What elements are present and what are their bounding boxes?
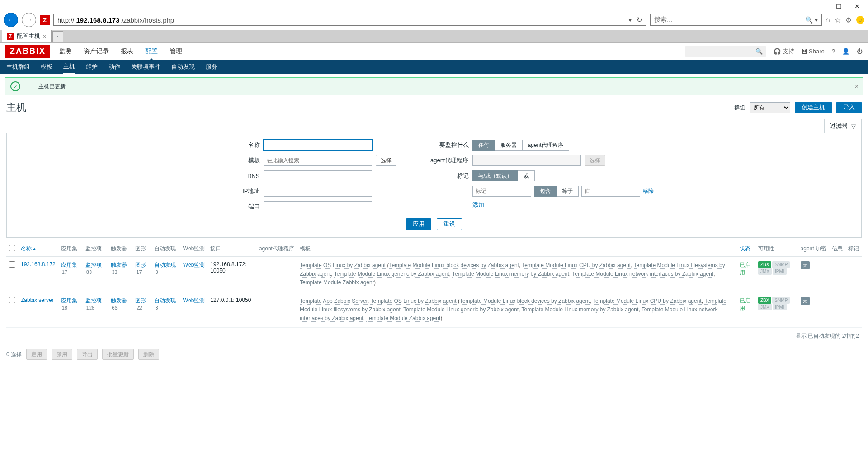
col-proxy: agent代理程序 (256, 241, 297, 257)
export-button[interactable]: 导出 (77, 349, 98, 360)
col-apps: 应用集 (58, 241, 83, 257)
web-link[interactable]: Web监测 (183, 262, 205, 268)
tag-mode-option[interactable]: 与/或（默认） (472, 170, 518, 181)
filter-name-input[interactable] (264, 140, 372, 151)
row-checkbox[interactable] (9, 297, 15, 303)
filter-port-input[interactable] (264, 201, 372, 212)
home-icon[interactable]: ⌂ (826, 16, 830, 24)
new-tab-button[interactable]: ▫ (52, 31, 63, 42)
back-button[interactable]: ← (4, 13, 18, 27)
massupdate-button[interactable]: 批量更新 (102, 349, 134, 360)
address-bar[interactable]: http://192.168.8.173/zabbix/hosts.php ▾↻ (53, 14, 646, 26)
template-select-button[interactable]: 选择 (376, 155, 396, 166)
discovery-link[interactable]: 自动发现 (154, 262, 176, 268)
tag-remove-link[interactable]: 移除 (643, 188, 654, 195)
header-search[interactable]: 🔍 (685, 46, 766, 57)
apps-link[interactable]: 应用集 (61, 297, 77, 304)
user-icon[interactable]: 👤 (842, 48, 849, 55)
browser-search[interactable]: 搜索... 🔍 ▾ (650, 14, 822, 26)
forward-button[interactable]: → (22, 13, 36, 27)
power-icon[interactable]: ⏻ (857, 48, 863, 55)
support-link[interactable]: 🎧 支持 (774, 47, 794, 56)
filter-ip-input[interactable] (264, 186, 372, 197)
triggers-link[interactable]: 触发器 (111, 297, 127, 304)
window-minimize-icon[interactable]: — (817, 3, 823, 10)
top-menu-item[interactable]: 配置 (144, 43, 159, 60)
sub-nav-item[interactable]: 主机群组 (6, 60, 30, 74)
sub-nav-item[interactable]: 关联项事件 (131, 60, 160, 74)
disable-button[interactable]: 禁用 (52, 349, 72, 360)
col-tags: 标记 (845, 241, 862, 257)
col-items: 监控项 (83, 241, 108, 257)
tab-close-icon[interactable]: × (43, 33, 47, 40)
sub-nav-item[interactable]: 服务 (206, 60, 217, 74)
success-message: ✓ 主机已更新 × (5, 77, 863, 95)
status-link[interactable]: 已启用 (740, 297, 750, 311)
items-link[interactable]: 监控项 (85, 262, 102, 268)
bulk-actions: 0 选择 启用 禁用 导出 批量更新 删除 (6, 349, 862, 360)
sub-nav-item[interactable]: 主机 (63, 60, 75, 75)
page-title: 主机 (6, 101, 26, 114)
top-menu-item[interactable]: 监测 (58, 43, 73, 60)
reset-button[interactable]: 重设 (437, 218, 462, 230)
top-menu-item[interactable]: 报表 (120, 43, 134, 60)
help-icon[interactable]: ? (832, 48, 835, 55)
triggers-link[interactable]: 触发器 (111, 262, 127, 268)
favorites-icon[interactable]: ☆ (835, 16, 841, 24)
tag-equals-option[interactable]: 等于 (557, 186, 579, 197)
monitor-option[interactable]: agent代理程序 (523, 140, 569, 151)
encryption-badge: 无 (801, 261, 810, 269)
create-host-button[interactable]: 创建主机 (795, 102, 832, 113)
templates-cell: Template OS Linux by Zabbix agent (Templ… (297, 257, 737, 292)
host-name-link[interactable]: Zabbix server (21, 297, 54, 303)
filter-dns-input[interactable] (264, 170, 372, 181)
enable-button[interactable]: 启用 (26, 349, 47, 360)
filter-toggle[interactable]: 过滤器 ▽ (824, 119, 862, 133)
apps-link[interactable]: 应用集 (61, 262, 77, 268)
settings-icon[interactable]: ⚙ (845, 16, 852, 24)
import-button[interactable]: 导入 (836, 102, 862, 113)
refresh-icon[interactable]: ↻ (637, 16, 642, 24)
tag-mode-option[interactable]: 或 (518, 170, 535, 181)
monitor-option[interactable]: 服务器 (495, 140, 523, 151)
col-web: Web监测 (180, 241, 208, 257)
top-menu-item[interactable]: 管理 (169, 43, 183, 60)
zabbix-logo[interactable]: ZABBIX (5, 45, 50, 58)
window-close-icon[interactable]: ✕ (854, 3, 860, 10)
message-close-icon[interactable]: × (855, 83, 859, 90)
feedback-icon[interactable]: ☺ (856, 16, 864, 24)
tag-contains-option[interactable]: 包含 (534, 186, 557, 197)
col-name[interactable]: 名称 ▴ (18, 241, 58, 257)
status-link[interactable]: 已启用 (740, 262, 750, 276)
select-all-checkbox[interactable] (9, 245, 15, 251)
graphs-link[interactable]: 图形 (135, 297, 146, 304)
dropdown-icon[interactable]: ▾ (628, 16, 632, 24)
sub-nav-item[interactable]: 维护 (86, 60, 98, 74)
apply-button[interactable]: 应用 (406, 218, 431, 230)
tag-add-link[interactable]: 添加 (472, 201, 654, 209)
col-status[interactable]: 状态 (737, 241, 755, 257)
monitor-option[interactable]: 任何 (472, 140, 495, 151)
row-checkbox[interactable] (9, 261, 15, 268)
host-name-link[interactable]: 192.168.8.172 (21, 261, 56, 268)
discovery-link[interactable]: 自动发现 (154, 297, 176, 304)
sub-nav-item[interactable]: 动作 (108, 60, 120, 74)
tag-value-input[interactable] (581, 186, 640, 197)
delete-button[interactable]: 删除 (138, 349, 159, 360)
sub-nav-item[interactable]: 模板 (41, 60, 52, 74)
web-link[interactable]: Web监测 (183, 297, 205, 304)
top-menu-item[interactable]: 资产记录 (83, 43, 110, 60)
interface-cell: 127.0.0.1: 10050 (208, 292, 256, 328)
group-select[interactable]: 所有 (750, 102, 790, 113)
col-graphs: 图形 (132, 241, 151, 257)
proxy-select-button: 选择 (585, 155, 605, 166)
filter-icon: ▽ (851, 123, 856, 130)
share-link[interactable]: Z Share (802, 48, 825, 55)
items-link[interactable]: 监控项 (85, 297, 102, 304)
graphs-link[interactable]: 图形 (135, 262, 146, 268)
window-maximize-icon[interactable]: ☐ (836, 3, 842, 10)
filter-template-input[interactable] (264, 155, 372, 166)
sub-nav-item[interactable]: 自动发现 (171, 60, 195, 74)
tag-key-input[interactable] (472, 186, 531, 197)
browser-tab[interactable]: Z 配置主机 × (2, 30, 52, 42)
